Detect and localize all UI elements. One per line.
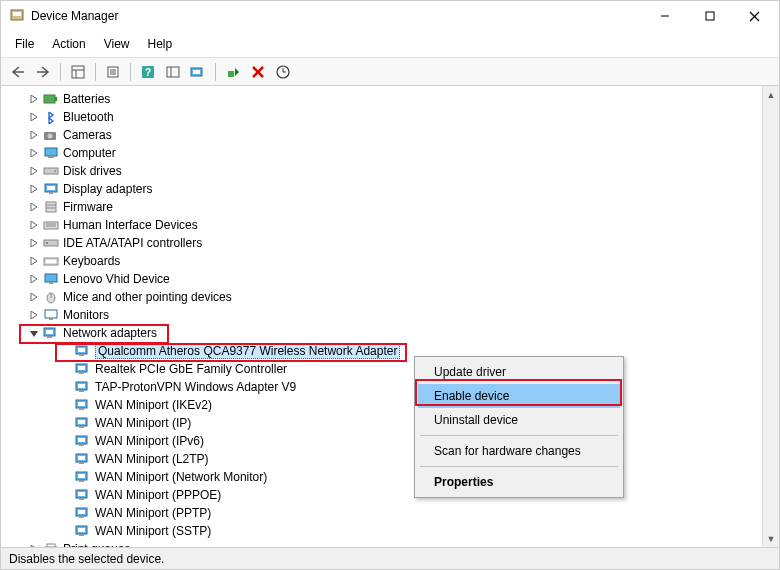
tree-container: BatteriesBluetoothCamerasComputerDisk dr…: [1, 86, 779, 548]
cm-enable-device[interactable]: Enable device: [418, 384, 620, 408]
tree-node-firmware[interactable]: Firmware: [3, 198, 777, 216]
help-button[interactable]: ?: [137, 61, 159, 83]
svg-rect-84: [78, 528, 85, 532]
mouse-icon: [43, 289, 59, 305]
svg-rect-43: [46, 260, 56, 263]
show-hide-console-button[interactable]: [67, 61, 89, 83]
collapse-icon[interactable]: [27, 326, 41, 340]
cm-properties[interactable]: Properties: [418, 470, 620, 494]
tree-node-qualcomm[interactable]: Qualcomm Atheros QCA9377 Wireless Networ…: [3, 342, 777, 360]
ide-icon: [43, 235, 59, 251]
tree-node-tap[interactable]: TAP-ProtonVPN Windows Adapter V9: [3, 378, 777, 396]
tree-node-monitors[interactable]: Monitors: [3, 306, 777, 324]
tree-node-bluetooth[interactable]: Bluetooth: [3, 108, 777, 126]
menu-help[interactable]: Help: [140, 33, 181, 55]
expand-icon[interactable]: [27, 128, 41, 142]
tree-node-network_adapters[interactable]: Network adapters: [3, 324, 777, 342]
svg-rect-34: [46, 202, 56, 212]
expand-icon[interactable]: [27, 92, 41, 106]
tree-node-hid[interactable]: Human Interface Devices: [3, 216, 777, 234]
svg-rect-32: [47, 186, 55, 190]
tree-node-lenovo_vhid[interactable]: Lenovo Vhid Device: [3, 270, 777, 288]
tree-label: WAN Miniport (IP): [95, 416, 191, 430]
uninstall-button[interactable]: [247, 61, 269, 83]
cm-uninstall-device[interactable]: Uninstall device: [418, 408, 620, 432]
update-driver-button[interactable]: [272, 61, 294, 83]
expand-icon[interactable]: [27, 200, 41, 214]
maximize-button[interactable]: [687, 2, 732, 30]
tree-node-wan_pptp[interactable]: WAN Miniport (PPTP): [3, 504, 777, 522]
monitor-icon: [43, 307, 59, 323]
svg-rect-33: [49, 192, 53, 194]
svg-rect-69: [78, 438, 85, 442]
tree-node-ide[interactable]: IDE ATA/ATAPI controllers: [3, 234, 777, 252]
tree-node-cameras[interactable]: Cameras: [3, 126, 777, 144]
network-adapter-icon: [75, 433, 91, 449]
tree-node-wan_nm[interactable]: WAN Miniport (Network Monitor): [3, 468, 777, 486]
svg-rect-52: [47, 336, 52, 338]
svg-rect-57: [78, 366, 85, 370]
tree-node-wan_sstp[interactable]: WAN Miniport (SSTP): [3, 522, 777, 540]
expand-icon[interactable]: [27, 236, 41, 250]
tree-node-computer[interactable]: Computer: [3, 144, 777, 162]
scroll-up-arrow[interactable]: ▲: [763, 86, 779, 103]
expand-icon[interactable]: [27, 542, 41, 547]
tree-label: Network adapters: [63, 326, 157, 340]
minimize-button[interactable]: [642, 2, 687, 30]
cm-scan-hardware[interactable]: Scan for hardware changes: [418, 439, 620, 463]
svg-rect-67: [79, 426, 84, 428]
svg-rect-51: [46, 330, 53, 334]
expand-icon[interactable]: [27, 110, 41, 124]
tree-label: Display adapters: [63, 182, 152, 196]
device-tree[interactable]: BatteriesBluetoothCamerasComputerDisk dr…: [1, 86, 779, 547]
tree-node-wan_ip[interactable]: WAN Miniport (IP): [3, 414, 777, 432]
enable-device-button[interactable]: [222, 61, 244, 83]
tree-label: Firmware: [63, 200, 113, 214]
tree-node-batteries[interactable]: Batteries: [3, 90, 777, 108]
tree-node-mice[interactable]: Mice and other pointing devices: [3, 288, 777, 306]
tree-node-keyboards[interactable]: Keyboards: [3, 252, 777, 270]
menu-view[interactable]: View: [96, 33, 138, 55]
expand-icon[interactable]: [27, 146, 41, 160]
close-button[interactable]: [732, 2, 777, 30]
window-controls: [642, 2, 777, 30]
network-adapter-icon: [75, 505, 91, 521]
scroll-down-arrow[interactable]: ▼: [763, 530, 779, 547]
svg-rect-76: [79, 480, 84, 482]
expand-icon[interactable]: [27, 164, 41, 178]
forward-button[interactable]: [32, 61, 54, 83]
display-icon: [43, 181, 59, 197]
expand-icon[interactable]: [27, 182, 41, 196]
tree-node-wan_l2tp[interactable]: WAN Miniport (L2TP): [3, 450, 777, 468]
menu-file[interactable]: File: [7, 33, 42, 55]
svg-rect-81: [78, 510, 85, 514]
scan-hardware-button[interactable]: [187, 61, 209, 83]
tree-label: Bluetooth: [63, 110, 114, 124]
tree-node-disk_drives[interactable]: Disk drives: [3, 162, 777, 180]
computer-icon: [43, 145, 59, 161]
svg-rect-45: [49, 282, 53, 284]
network-adapter-icon: [75, 415, 91, 431]
expand-icon[interactable]: [27, 254, 41, 268]
expand-icon[interactable]: [27, 290, 41, 304]
tree-node-print_queues[interactable]: Print queues: [3, 540, 777, 547]
tree-node-wan_ikev2[interactable]: WAN Miniport (IKEv2): [3, 396, 777, 414]
statusbar: Disables the selected device.: [1, 548, 779, 570]
svg-rect-73: [79, 462, 84, 464]
tree-node-realtek[interactable]: Realtek PCIe GbE Family Controller: [3, 360, 777, 378]
menu-action[interactable]: Action: [44, 33, 93, 55]
tree-label: Cameras: [63, 128, 112, 142]
action-button[interactable]: [162, 61, 184, 83]
expand-icon[interactable]: [27, 218, 41, 232]
tree-node-display_adapters[interactable]: Display adapters: [3, 180, 777, 198]
cm-update-driver[interactable]: Update driver: [418, 360, 620, 384]
expand-icon[interactable]: [27, 272, 41, 286]
expand-icon[interactable]: [27, 308, 41, 322]
svg-rect-54: [78, 348, 85, 352]
properties-button[interactable]: [102, 61, 124, 83]
back-button[interactable]: [7, 61, 29, 83]
tree-node-wan_pppoe[interactable]: WAN Miniport (PPPOE): [3, 486, 777, 504]
vertical-scrollbar[interactable]: ▲ ▼: [762, 86, 779, 547]
tree-node-wan_ipv6[interactable]: WAN Miniport (IPv6): [3, 432, 777, 450]
tree-label: Mice and other pointing devices: [63, 290, 232, 304]
